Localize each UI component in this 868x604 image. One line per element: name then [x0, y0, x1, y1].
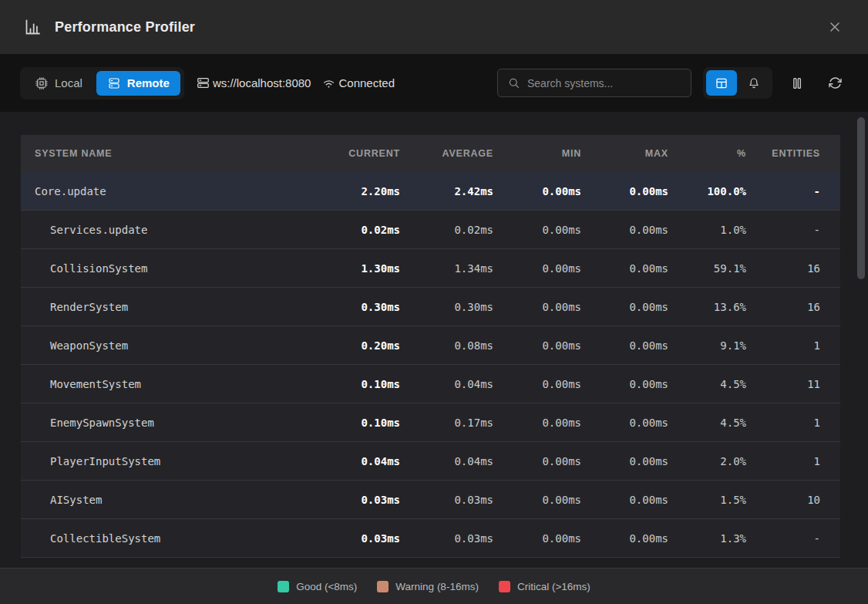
refresh-button[interactable] — [822, 70, 848, 96]
entities-cell: 11 — [746, 378, 820, 390]
table-row[interactable]: CollisionSystem 1.30ms 1.34ms 0.00ms 0.0… — [21, 249, 840, 288]
entities-cell: - — [746, 532, 820, 545]
column-header-min[interactable]: MIN — [493, 148, 581, 159]
percent-cell: 1.0% — [668, 224, 746, 236]
min-cell: 0.00ms — [493, 494, 581, 506]
alerts-button[interactable] — [738, 70, 769, 96]
good-swatch — [278, 581, 289, 592]
system-name-cell: AISystem — [21, 494, 308, 506]
pause-button[interactable] — [784, 70, 810, 96]
average-cell: 0.08ms — [400, 339, 493, 352]
local-button[interactable]: Local — [24, 71, 93, 96]
min-cell: 0.00ms — [493, 262, 581, 275]
table-scrollbar[interactable] — [857, 116, 865, 563]
toolbar: Local Remote — [0, 54, 868, 112]
table-view-button[interactable] — [706, 70, 737, 96]
entities-cell: 1 — [746, 339, 820, 352]
max-cell: 0.00ms — [581, 378, 668, 390]
local-label: Local — [55, 76, 82, 89]
system-name-cell: RenderSystem — [21, 301, 308, 313]
max-cell: 0.00ms — [581, 339, 668, 352]
max-cell: 0.00ms — [581, 417, 668, 429]
column-header-entities[interactable]: ENTITIES — [746, 148, 820, 159]
min-cell: 0.00ms — [493, 532, 581, 545]
search-box — [497, 69, 691, 97]
current-cell: 0.02ms — [308, 224, 400, 236]
percent-cell: 4.5% — [668, 417, 746, 429]
table-row[interactable]: Services.update 0.02ms 0.02ms 0.00ms 0.0… — [21, 211, 840, 249]
close-button[interactable] — [822, 14, 848, 40]
current-cell: 0.10ms — [308, 417, 400, 429]
status-badge: Connected — [338, 76, 395, 89]
table-row[interactable]: AISystem 0.03ms 0.03ms 0.00ms 0.00ms 1.5… — [21, 481, 840, 519]
table-row[interactable]: RenderSystem 0.30ms 0.30ms 0.00ms 0.00ms… — [21, 288, 840, 326]
min-cell: 0.00ms — [493, 301, 581, 313]
current-cell: 0.03ms — [308, 532, 400, 545]
column-header-system-name[interactable]: SYSTEM NAME — [21, 148, 308, 159]
entities-cell: - — [746, 185, 820, 197]
entities-cell: - — [746, 224, 820, 236]
wifi-icon — [321, 76, 336, 90]
remote-label: Remote — [127, 76, 170, 89]
view-toggle-group — [703, 67, 772, 99]
min-cell: 0.00ms — [493, 224, 581, 236]
cpu-icon — [35, 76, 49, 90]
entities-cell: 16 — [746, 262, 820, 275]
average-cell: 0.04ms — [400, 455, 493, 467]
current-cell: 0.20ms — [308, 339, 400, 352]
table-body: Core.update 2.20ms 2.42ms 0.00ms 0.00ms … — [21, 172, 840, 558]
column-header-average[interactable]: AVERAGE — [400, 148, 493, 159]
table-row[interactable]: EnemySpawnSystem 0.10ms 0.17ms 0.00ms 0.… — [21, 403, 840, 442]
entities-cell: 1 — [746, 417, 820, 429]
systems-table: SYSTEM NAME CURRENT AVERAGE MIN MAX % EN… — [21, 135, 840, 558]
average-cell: 1.34ms — [400, 262, 493, 275]
legend-label-warning: Warning (8-16ms) — [395, 581, 479, 592]
percent-cell: 9.1% — [668, 339, 746, 352]
current-cell: 1.30ms — [308, 262, 400, 275]
connection-status: Connected — [321, 76, 395, 90]
pause-icon — [789, 76, 805, 91]
legend-item-warning: Warning (8-16ms) — [377, 581, 479, 592]
system-name-cell: MovementSystem — [21, 378, 308, 390]
bar-chart-icon — [23, 18, 42, 36]
percent-cell: 100.0% — [668, 185, 746, 197]
critical-swatch — [499, 581, 510, 592]
legend-label-good: Good (<8ms) — [296, 581, 357, 592]
min-cell: 0.00ms — [493, 378, 581, 390]
max-cell: 0.00ms — [581, 224, 668, 236]
current-cell: 0.04ms — [308, 455, 400, 467]
search-input[interactable] — [527, 77, 681, 89]
legend-item-critical: Critical (>16ms) — [499, 581, 590, 592]
page-title: Performance Profiler — [55, 19, 195, 35]
percent-cell: 1.5% — [668, 494, 746, 506]
average-cell: 2.42ms — [400, 185, 493, 197]
entities-cell: 16 — [746, 301, 820, 313]
legend-footer: Good (<8ms) Warning (8-16ms) Critical (>… — [0, 568, 868, 604]
entities-cell: 10 — [746, 494, 820, 506]
remote-button[interactable]: Remote — [96, 71, 180, 96]
table-row[interactable]: WeaponSystem 0.20ms 0.08ms 0.00ms 0.00ms… — [21, 326, 840, 365]
system-name-cell: CollisionSystem — [21, 262, 308, 275]
percent-cell: 59.1% — [668, 262, 746, 275]
table-row[interactable]: Core.update 2.20ms 2.42ms 0.00ms 0.00ms … — [21, 172, 840, 211]
server-icon — [107, 76, 121, 90]
system-name-cell: WeaponSystem — [21, 339, 308, 352]
scrollbar-thumb[interactable] — [857, 117, 865, 279]
current-cell: 0.30ms — [308, 301, 400, 313]
legend-label-critical: Critical (>16ms) — [517, 581, 590, 592]
table-row[interactable]: MovementSystem 0.10ms 0.04ms 0.00ms 0.00… — [21, 365, 840, 403]
max-cell: 0.00ms — [581, 455, 668, 467]
table-row[interactable]: CollectibleSystem 0.03ms 0.03ms 0.00ms 0… — [21, 519, 840, 558]
max-cell: 0.00ms — [581, 262, 668, 275]
bell-icon — [747, 76, 761, 90]
table-row[interactable]: PlayerInputSystem 0.04ms 0.04ms 0.00ms 0… — [21, 442, 840, 481]
close-icon — [827, 19, 843, 35]
column-header-max[interactable]: MAX — [581, 148, 668, 159]
system-name-cell: PlayerInputSystem — [21, 455, 308, 467]
min-cell: 0.00ms — [493, 185, 581, 197]
column-header-percent[interactable]: % — [668, 148, 746, 159]
legend-item-good: Good (<8ms) — [278, 581, 357, 592]
system-name-cell: EnemySpawnSystem — [21, 417, 308, 429]
current-cell: 2.20ms — [308, 185, 400, 197]
column-header-current[interactable]: CURRENT — [308, 148, 400, 159]
